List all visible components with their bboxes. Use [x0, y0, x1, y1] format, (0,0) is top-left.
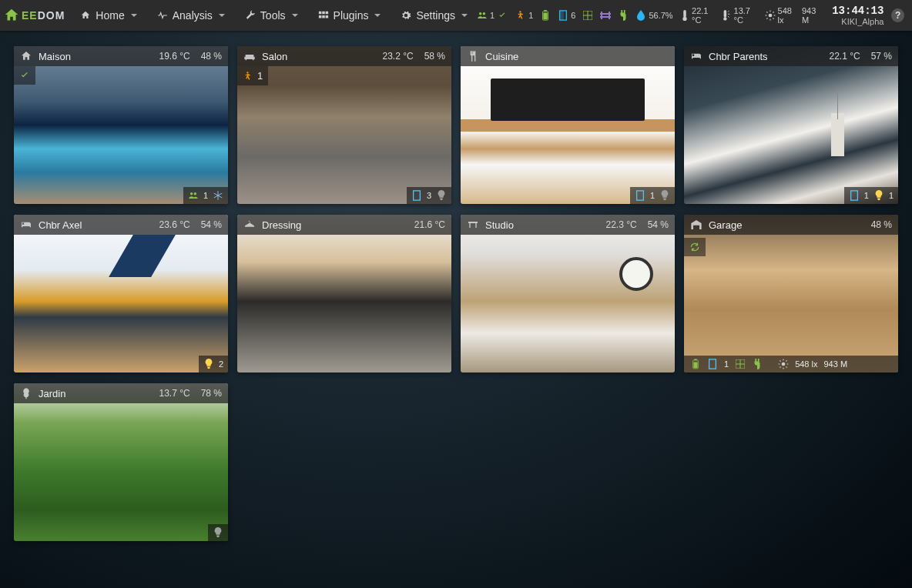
menu-settings-label: Settings — [416, 9, 455, 22]
tile-axel[interactable]: Chbr Axel 23.6 °C 54 % 2 — [14, 215, 228, 373]
status-presence[interactable]: 1 — [477, 10, 508, 21]
bulb-icon — [873, 190, 884, 201]
room-temp: 22.3 °C — [605, 219, 636, 230]
hanger-icon — [243, 219, 256, 231]
menu-plugins-label: Plugins — [334, 9, 369, 22]
help-button[interactable]: ? — [891, 8, 904, 22]
tile-salon[interactable]: Salon 23.2 °C 58 % 1 3 — [237, 46, 451, 204]
room-image — [14, 46, 228, 204]
room-temp: 22.1 °C — [829, 51, 860, 62]
svg-rect-7 — [545, 10, 548, 12]
svg-rect-4 — [322, 15, 325, 18]
battery-icon[interactable] — [541, 10, 550, 21]
room-name: Cuisine — [485, 51, 669, 62]
brand-logo[interactable]: EEDOM — [3, 7, 65, 24]
svg-rect-8 — [544, 13, 548, 20]
door-icon — [635, 190, 645, 201]
menu-tools[interactable]: Tools — [236, 3, 307, 28]
svg-rect-3 — [318, 15, 321, 18]
status-doors[interactable]: 6 — [558, 10, 575, 21]
menu-settings[interactable]: Settings — [391, 3, 477, 28]
door-count: 3 — [427, 191, 431, 200]
tile-header: Studio 22.3 °C 54 % — [461, 215, 675, 235]
tile-garage[interactable]: Garage 48 % 1 548 lx 943 M — [684, 215, 898, 373]
room-hum: 48 % — [871, 219, 892, 230]
svg-rect-38 — [694, 359, 696, 360]
chevron-down-icon — [131, 14, 137, 17]
bulb-icon — [203, 359, 214, 369]
svg-line-50 — [786, 367, 787, 368]
status-temp-out[interactable]: 13.7 °C — [723, 6, 756, 25]
room-name: Chbr Axel — [39, 219, 148, 231]
clock-block: 13:44:13 KIKI_Alpha — [832, 5, 884, 26]
status-doors-value: 6 — [571, 11, 575, 20]
menu-analysis[interactable]: Analysis — [148, 3, 234, 28]
tile-cuisine[interactable]: Cuisine 1 — [461, 46, 675, 204]
status-lux[interactable]: 548 lx — [765, 6, 794, 25]
door-count: 1 — [650, 191, 655, 200]
room-hum: 78 % — [201, 388, 222, 399]
svg-line-49 — [780, 360, 780, 361]
tile-header: Maison 19.6 °C 48 % — [14, 46, 228, 66]
tile-dressing[interactable]: Dressing 21.6 °C — [237, 215, 451, 373]
svg-line-29 — [766, 18, 767, 19]
status-humidity[interactable]: 56.7% — [635, 10, 672, 21]
window-icon[interactable] — [583, 10, 592, 21]
svg-rect-17 — [609, 12, 610, 19]
menu-analysis-label: Analysis — [173, 9, 213, 22]
room-image — [14, 215, 228, 373]
snowflake-icon — [213, 190, 223, 201]
motion-icon — [515, 10, 526, 21]
bulb-icon — [213, 527, 223, 538]
plug-icon[interactable] — [619, 10, 628, 21]
brand-ee: EE — [22, 9, 38, 22]
status-motion[interactable]: 1 — [515, 10, 533, 21]
room-hum: 54 % — [201, 219, 222, 230]
presence-count: 1 — [203, 191, 208, 200]
tile-header: Garage 48 % — [684, 215, 898, 235]
status-temp-in[interactable]: 22.1 °C — [681, 6, 715, 25]
tile-header: Chbr Axel 23.6 °C 54 % — [14, 215, 228, 235]
svg-rect-18 — [684, 10, 687, 18]
tile-jardin[interactable]: Jardin 13.7 °C 78 % — [14, 383, 228, 541]
room-name: Salon — [262, 51, 371, 62]
room-image — [237, 215, 451, 373]
svg-rect-0 — [318, 12, 321, 15]
home-icon — [80, 10, 91, 21]
sun-icon — [778, 359, 789, 369]
svg-line-51 — [780, 367, 780, 368]
tree-icon — [20, 387, 32, 399]
room-temp: 13.7 °C — [159, 388, 189, 399]
room-name: Studio — [485, 219, 595, 231]
tile-header: Cuisine — [461, 46, 675, 66]
tile-corner: 1 1 — [844, 187, 898, 204]
wrench-icon — [245, 10, 256, 21]
garage-lux: 548 lx — [795, 359, 817, 369]
room-temp: 21.6 °C — [414, 219, 445, 230]
thermometer-out-icon — [723, 10, 731, 21]
menu-plugins[interactable]: Plugins — [309, 3, 391, 28]
status-power[interactable]: 943 M — [802, 6, 821, 25]
door-icon — [411, 190, 422, 201]
sync-badge — [684, 238, 706, 256]
chevron-down-icon — [219, 14, 225, 17]
tile-parents[interactable]: Chbr Parents 22.1 °C 57 % 1 1 — [684, 46, 898, 204]
tile-studio[interactable]: Studio 22.3 °C 54 % — [461, 215, 675, 373]
main-menu: Home Analysis Tools Plugins Settings — [71, 3, 477, 28]
tile-header: Chbr Parents 22.1 °C 57 % — [684, 46, 898, 66]
tile-maison[interactable]: Maison 19.6 °C 48 % 1 — [14, 46, 228, 204]
svg-point-19 — [683, 17, 687, 21]
room-temp: 19.6 °C — [159, 51, 189, 62]
room-grid: Maison 19.6 °C 48 % 1 Salon 23.2 °C 58 %… — [0, 31, 912, 556]
tile-header: Dressing 21.6 °C — [237, 215, 451, 235]
door-count: 1 — [864, 191, 869, 200]
svg-rect-35 — [637, 191, 644, 200]
gate-icon[interactable] — [600, 10, 611, 21]
brand-dom: DOM — [38, 9, 65, 22]
house-icon — [3, 7, 20, 24]
room-image — [461, 215, 675, 373]
room-name: Jardin — [39, 388, 148, 399]
menu-home[interactable]: Home — [71, 3, 146, 28]
room-name: Dressing — [262, 219, 404, 231]
door-icon — [558, 10, 568, 21]
